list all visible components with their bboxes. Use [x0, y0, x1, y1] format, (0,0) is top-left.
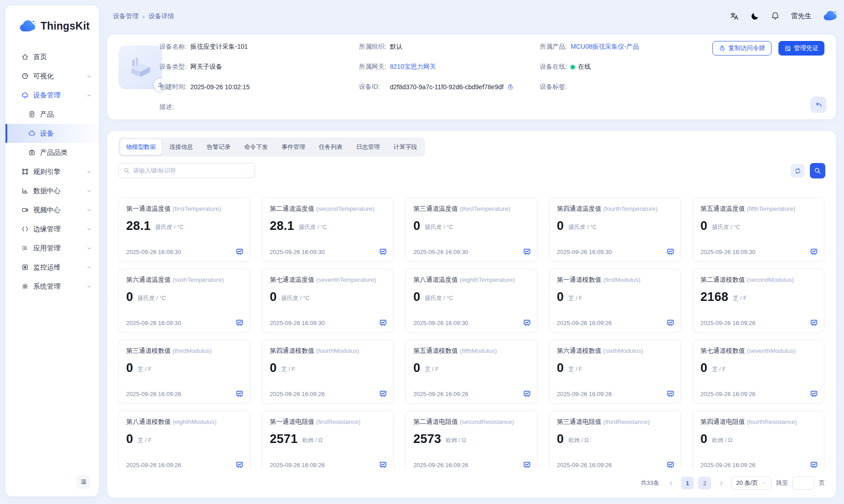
history-chart-icon[interactable] — [235, 461, 244, 469]
history-chart-icon[interactable] — [666, 461, 675, 469]
card-value: 0 — [126, 291, 133, 303]
chevron-down-icon — [87, 169, 92, 174]
tab-event-manage[interactable]: 事件管理 — [276, 139, 311, 155]
field-value-link[interactable]: MCU08振弦采集仪-产品 — [571, 43, 639, 51]
refresh-button[interactable] — [791, 164, 804, 178]
thingskit-logo-icon — [19, 20, 36, 32]
card-key: (secondResistance) — [458, 418, 514, 425]
card-value-row: 0摄氏度 / °C — [126, 291, 242, 303]
history-chart-icon[interactable] — [379, 390, 387, 398]
page-jump-input[interactable] — [793, 476, 814, 490]
tab-thing-model-data[interactable]: 物模型数据 — [120, 139, 162, 155]
sidebar-item-device[interactable]: 设备 — [5, 124, 99, 143]
sidebar-item-label: 系统管理 — [33, 282, 61, 291]
telemetry-card: 第八通道温度值 (eighthTemperature)0摄氏度 / °C2025… — [405, 269, 537, 332]
field-value-link[interactable]: 8210宝思力网关 — [390, 63, 436, 71]
card-footer: 2025-09-26 16:09:30 — [270, 319, 387, 327]
back-button[interactable] — [810, 97, 827, 113]
breadcrumb-item-device-detail[interactable]: 设备详情 — [148, 12, 174, 20]
history-chart-icon[interactable] — [810, 319, 818, 327]
copy-id-icon[interactable] — [507, 84, 514, 91]
card-title: 第八通道模数值 (eighthModulus) — [126, 418, 242, 426]
history-chart-icon[interactable] — [523, 319, 531, 327]
card-title-text: 第三通道温度值 — [413, 205, 458, 212]
sidebar-item-device-manage[interactable]: 设备管理 — [5, 86, 99, 105]
tab-alarm-records[interactable]: 告警记录 — [201, 139, 236, 155]
search-button[interactable] — [810, 163, 825, 178]
manage-credentials-button[interactable]: 管理凭证 — [778, 41, 824, 56]
tab-task-list[interactable]: 任务列表 — [313, 139, 348, 155]
pagination-page-button-2[interactable]: 2 — [698, 477, 711, 489]
history-chart-icon[interactable] — [523, 461, 531, 469]
card-value-row: 0摄氏度 / °C — [701, 220, 817, 232]
card-unit: 欧姆 / Ω — [568, 437, 589, 445]
sidebar-item-visualization[interactable]: 可视化 — [5, 66, 99, 86]
sidebar-item-rule-engine[interactable]: 规则引擎 — [5, 162, 99, 181]
history-chart-icon[interactable] — [523, 248, 531, 256]
card-title: 第四通道模数值 (fourthModulus) — [270, 347, 386, 355]
card-title-text: 第五通道模数值 — [413, 347, 458, 354]
username[interactable]: 雷先生 — [791, 12, 812, 20]
field-value-text: 振弦应变计采集-101 — [190, 43, 248, 51]
device-actions: 复制访问令牌 管理凭证 — [712, 41, 824, 56]
history-chart-icon[interactable] — [379, 461, 387, 469]
card-title: 第六通道温度值 (sixthTemperature) — [126, 276, 242, 284]
sidebar-item-category[interactable]: 产品品类 — [5, 143, 99, 162]
card-key: (fourthTemperature) — [602, 205, 658, 212]
card-timestamp: 2025-09-26 16:09:30 — [701, 249, 756, 255]
history-chart-icon[interactable] — [235, 319, 244, 327]
tab-computed-fields[interactable]: 计算字段 — [388, 139, 423, 155]
pagination-next-button[interactable] — [716, 477, 726, 489]
sidebar-item-label: 规则引擎 — [33, 168, 61, 176]
history-chart-icon[interactable] — [810, 248, 818, 256]
device-info-panel: 设备名称:振弦应变计采集-101设备类型:网关子设备创建时间:2025-09-2… — [107, 35, 836, 119]
history-chart-icon[interactable] — [235, 390, 244, 398]
avatar[interactable] — [823, 10, 838, 21]
sidebar-collapse-button[interactable] — [77, 475, 90, 489]
history-chart-icon[interactable] — [523, 390, 531, 398]
sidebar-item-monitor-ops[interactable]: 监控运维 — [5, 258, 99, 277]
search-input[interactable] — [133, 167, 250, 174]
field-label: 设备类型: — [159, 63, 190, 71]
device-fields-column-3: 所属产品:MCU08振弦采集仪-产品设备在线:在线设备标签: — [540, 41, 639, 101]
translate-icon[interactable] — [730, 11, 739, 21]
card-value-row: 2168芝 / F — [701, 291, 817, 303]
card-timestamp: 2025-09-26 16:09:30 — [413, 249, 468, 255]
sidebar-item-app-manage[interactable]: 应用管理 — [5, 239, 99, 258]
chevron-down-icon — [87, 246, 92, 251]
pagination-page-button-1[interactable]: 1 — [681, 477, 694, 489]
card-footer: 2025-09-26 16:09:30 — [270, 248, 387, 256]
tab-command-send[interactable]: 命令下发 — [238, 139, 274, 155]
history-chart-icon[interactable] — [810, 461, 818, 469]
sidebar-item-product[interactable]: 产品 — [5, 105, 99, 124]
pagination-prev-button[interactable] — [665, 477, 676, 489]
sidebar-item-home[interactable]: 首页 — [5, 47, 99, 66]
device-icon — [28, 130, 36, 137]
telemetry-card: 第六通道模数值 (sixthModulus)0芝 / F2025-09-26 1… — [549, 340, 681, 403]
card-value-row: 28.1摄氏度 / °C — [126, 220, 242, 232]
tab-connection-info[interactable]: 连接信息 — [164, 139, 199, 155]
dark-mode-icon[interactable] — [751, 12, 759, 20]
sidebar-item-data-center[interactable]: 数据中心 — [5, 181, 99, 200]
notification-icon[interactable] — [771, 11, 780, 20]
history-chart-icon[interactable] — [235, 248, 244, 256]
sidebar-item-system-manage[interactable]: 系统管理 — [5, 277, 99, 296]
app-logo[interactable]: ThingsKit — [19, 20, 90, 32]
card-footer: 2025-09-26 16:09:26 — [701, 390, 818, 398]
sidebar-item-video-center[interactable]: 视频中心 — [5, 200, 99, 219]
copy-access-token-button[interactable]: 复制访问令牌 — [712, 41, 772, 56]
history-chart-icon[interactable] — [666, 390, 675, 398]
history-chart-icon[interactable] — [379, 319, 387, 327]
card-footer: 2025-09-26 16:09:26 — [413, 461, 531, 469]
history-chart-icon[interactable] — [379, 248, 387, 256]
breadcrumb-item-device-manage[interactable]: 设备管理 — [113, 12, 138, 20]
page-size-select[interactable]: 20 条/页 — [731, 476, 772, 490]
history-chart-icon[interactable] — [666, 248, 675, 256]
sidebar-item-edge-manage[interactable]: 边缘管理 — [5, 219, 99, 239]
search-icon — [123, 168, 130, 174]
tab-log-manage[interactable]: 日志管理 — [350, 139, 386, 155]
sidebar-item-label: 可视化 — [33, 72, 54, 81]
card-timestamp: 2025-09-26 16:09:26 — [557, 320, 612, 326]
history-chart-icon[interactable] — [666, 319, 675, 327]
history-chart-icon[interactable] — [810, 390, 818, 398]
